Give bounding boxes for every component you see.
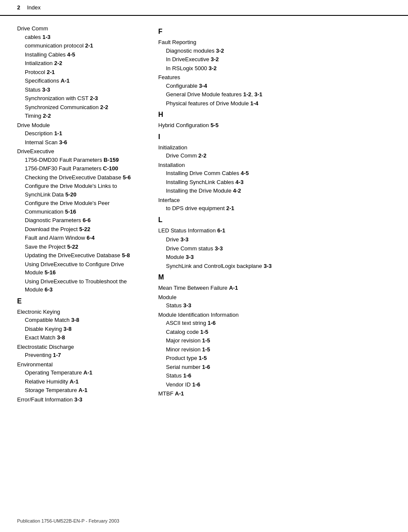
sub-entry: communication protocol 2-1 <box>25 42 141 50</box>
sub-entry: Save the Project 5-22 <box>25 243 141 251</box>
sub-entry: SynchLink and ControlLogix backplane 3-3 <box>166 262 391 270</box>
section-letter: L <box>158 216 391 224</box>
sub-entries: Configurable 3-4General Drive Module fea… <box>166 82 391 108</box>
sub-entries: Installing Drive Comm Cables 4-5Installi… <box>166 169 391 195</box>
sub-entry: Vendor ID 1-6 <box>166 380 391 389</box>
sub-entry: In DriveExecutive 3-2 <box>166 55 391 64</box>
section-letter: E <box>17 297 141 305</box>
sub-entry: Catalog code 1-5 <box>166 328 391 336</box>
entry-label: Fault Reporting <box>158 39 196 45</box>
sub-entry: Exact Match 3-8 <box>25 333 141 342</box>
sub-entry: Status 1-6 <box>166 372 391 380</box>
sub-entry: Internal Scan 3-6 <box>25 138 141 147</box>
section-letter: M <box>158 273 391 281</box>
index-top-entry: Fault ReportingDiagnostic modules 3-2In … <box>158 38 391 72</box>
content-area: Drive Commcables 1-3communication protoc… <box>0 24 408 404</box>
index-top-entry: LED Status Information 6-1 <box>158 226 391 235</box>
sub-entries: Drive Comm 2-2 <box>166 152 391 160</box>
sub-entry: Using DriveExecutive to Configure Drive … <box>25 260 141 277</box>
footer-text: Publication 1756-UM522B-EN-P - February … <box>17 518 119 523</box>
page-container: 2 Index Drive Commcables 1-3communicatio… <box>0 0 408 532</box>
sub-entry: 1756-DMD30 Fault Parameters B-159 <box>25 156 141 164</box>
entry-label: MTBF A-1 <box>158 390 184 397</box>
entry-label: Environmental <box>17 361 53 368</box>
sub-entries: Diagnostic modules 3-2In DriveExecutive … <box>166 47 391 73</box>
sub-entry: Minor revision 1-5 <box>166 345 391 354</box>
sub-entry: Specifications A-1 <box>25 77 141 85</box>
sub-entries: Description 1-1Internal Scan 3-6 <box>25 129 141 146</box>
entry-label: Hybrid Configuration 5-5 <box>158 122 219 128</box>
sub-entries: 1756-DMD30 Fault Parameters B-1591756-DM… <box>25 156 141 294</box>
sub-entry: Major revision 1-5 <box>166 336 391 345</box>
right-column: FFault ReportingDiagnostic modules 3-2In… <box>158 24 391 404</box>
index-top-entry: Electronic KeyingCompatible Match 3-8Dis… <box>17 308 141 342</box>
index-top-entry: Mean Time Between Failure A-1 <box>158 284 391 292</box>
sub-entry: Synchronized Communication 2-2 <box>25 103 141 112</box>
sub-entry: Storage Temperature A-1 <box>25 386 141 395</box>
sub-entries: Drive 3-3Drive Comm status 3-3Module 3-3… <box>166 235 391 270</box>
entry-label: DriveExecutive <box>17 148 54 155</box>
header-section: Index <box>27 4 41 11</box>
sub-entry: Download the Project 5-22 <box>25 225 141 234</box>
index-top-entry: Hybrid Configuration 5-5 <box>158 121 391 130</box>
sub-entry: General Drive Module features 1-2, 3-1 <box>166 90 391 99</box>
sub-entry: Drive 3-3 <box>166 235 391 244</box>
entry-label: Error/Fault Information 3-3 <box>17 396 82 403</box>
page-footer: Publication 1756-UM522B-EN-P - February … <box>17 518 119 523</box>
index-top-entry: Drive 3-3Drive Comm status 3-3Module 3-3… <box>158 235 391 270</box>
sub-entry: Serial number 1-6 <box>166 363 391 372</box>
sub-entry: Updating the DriveExecutive Database 5-8 <box>25 251 141 260</box>
sub-entry: Fault and Alarm Window 6-4 <box>25 234 141 242</box>
sub-entry: Status 3-3 <box>25 86 141 94</box>
sub-entry: Disable Keying 3-8 <box>25 325 141 333</box>
sub-entry: Configurable 3-4 <box>166 82 391 90</box>
sub-entry: Preventing 1-7 <box>25 351 141 360</box>
index-top-entry: FeaturesConfigurable 3-4General Drive Mo… <box>158 73 391 107</box>
index-top-entry: Interfaceto DPS drive equipment 2-1 <box>158 196 391 213</box>
index-top-entry: Error/Fault Information 3-3 <box>17 395 141 404</box>
sub-entries: ASCII text string 1-6Catalog code 1-5Maj… <box>166 319 391 389</box>
sub-entry: Drive Comm status 3-3 <box>166 244 391 253</box>
sub-entry: Operating Temperature A-1 <box>25 369 141 377</box>
left-column: Drive Commcables 1-3communication protoc… <box>17 24 141 404</box>
entry-label: Interface <box>158 197 180 203</box>
section-letter: F <box>158 28 391 36</box>
index-top-entry: Drive Commcables 1-3communication protoc… <box>17 24 141 120</box>
sub-entry: Physical features of Drive Module 1-4 <box>166 99 391 108</box>
sub-entry: Compatible Match 3-8 <box>25 316 141 324</box>
entry-label: Installation <box>158 162 185 168</box>
sub-entry: cables 1-3 <box>25 33 141 42</box>
sub-entry: Configure the Drive Module's Links to Sy… <box>25 182 141 199</box>
sub-entries: Operating Temperature A-1Relative Humidi… <box>25 369 141 395</box>
sub-entry: Timing 2-2 <box>25 112 141 120</box>
sub-entry: Intialization 2-2 <box>25 59 141 68</box>
entry-label: Electrostatic Discharge <box>17 344 74 350</box>
entry-label: Drive Module <box>17 122 50 128</box>
page-number: 2 <box>17 4 20 11</box>
entry-label: LED Status Information 6-1 <box>158 227 225 234</box>
section-letter: H <box>158 111 391 119</box>
sub-entry: Synchronization with CST 2-3 <box>25 94 141 103</box>
sub-entry: Description 1-1 <box>25 129 141 138</box>
index-top-entry: DriveExecutive1756-DMD30 Fault Parameter… <box>17 147 141 294</box>
sub-entries: Preventing 1-7 <box>25 351 141 360</box>
sub-entries: Status 3-3 <box>166 301 391 310</box>
entry-label: Features <box>158 74 180 80</box>
sub-entry: Installing SynchLink Cables 4-3 <box>166 178 391 187</box>
sub-entry: Configure the Drive Module's Peer Commun… <box>25 199 141 216</box>
sub-entry: Checking the DriveExecutive Database 5-6 <box>25 173 141 182</box>
entry-label: Mean Time Between Failure A-1 <box>158 285 238 291</box>
index-top-entry: ModuleStatus 3-3 <box>158 293 391 310</box>
sub-entry: In RSLogix 5000 3-2 <box>166 64 391 73</box>
sub-entry: Installing Drive Comm Cables 4-5 <box>166 169 391 178</box>
sub-entry: Module 3-3 <box>166 253 391 262</box>
sub-entry: Using DriveExecutive to Troubleshoot the… <box>25 277 141 294</box>
index-top-entry: InstallationInstalling Drive Comm Cables… <box>158 161 391 195</box>
index-top-entry: Module Identification InformationASCII t… <box>158 311 391 389</box>
sub-entries: cables 1-3communication protocol 2-1Inst… <box>25 33 141 120</box>
sub-entries: Compatible Match 3-8Disable Keying 3-8Ex… <box>25 316 141 342</box>
entry-label: Drive Comm <box>17 25 48 32</box>
section-letter: I <box>158 133 391 141</box>
sub-entry: to DPS drive equipment 2-1 <box>166 204 391 213</box>
entry-label: Module <box>158 294 177 300</box>
